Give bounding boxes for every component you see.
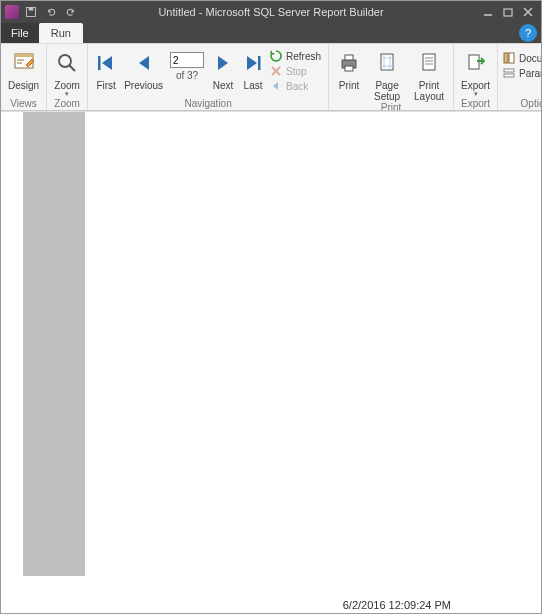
refresh-icon — [270, 50, 282, 62]
svg-line-11 — [70, 66, 76, 72]
group-navigation-label: Navigation — [91, 98, 325, 110]
stop-icon — [270, 65, 282, 77]
app-icon — [5, 5, 19, 19]
design-label: Design — [8, 80, 39, 91]
group-views: Design Views — [1, 44, 47, 110]
group-zoom-label: Zoom — [50, 98, 84, 110]
group-export: Export ▾ Export — [454, 44, 498, 110]
group-export-label: Export — [457, 98, 494, 110]
group-print: Print Page Setup Print Layout Print — [329, 44, 454, 110]
page-input[interactable] — [170, 52, 204, 68]
refresh-button[interactable]: Refresh — [270, 50, 321, 62]
minimize-button[interactable] — [481, 5, 495, 19]
print-button[interactable]: Print — [332, 46, 366, 91]
qat-save-button[interactable] — [23, 4, 39, 20]
svg-rect-27 — [504, 69, 514, 72]
document-map-button[interactable]: Document — [503, 52, 541, 64]
svg-rect-7 — [15, 54, 33, 57]
svg-rect-12 — [98, 56, 101, 70]
last-button[interactable]: Last — [238, 46, 268, 91]
svg-rect-28 — [504, 74, 514, 77]
print-icon — [337, 48, 361, 78]
title-bar: Untitled - Microsoft SQL Server Report B… — [1, 1, 541, 23]
zoom-dropdown-icon: ▾ — [65, 90, 69, 98]
group-options-label: Options — [501, 98, 541, 110]
group-options: Document Parameters Options — [498, 44, 541, 110]
svg-rect-26 — [509, 53, 514, 63]
previous-button[interactable]: Previous — [121, 46, 166, 91]
design-button[interactable]: Design — [4, 46, 43, 91]
zoom-button[interactable]: Zoom ▾ — [50, 46, 84, 98]
tab-run[interactable]: Run — [39, 23, 83, 43]
print-layout-button[interactable]: Print Layout — [408, 46, 450, 102]
svg-point-10 — [59, 55, 71, 67]
last-icon — [243, 48, 263, 78]
tab-file[interactable]: File — [1, 23, 39, 43]
group-views-label: Views — [4, 98, 43, 110]
tab-strip: File Run ? — [1, 23, 541, 43]
svg-rect-19 — [381, 54, 393, 70]
nav-mini-actions: Refresh Stop Back — [268, 46, 325, 92]
previous-icon — [134, 48, 154, 78]
export-icon — [464, 48, 488, 78]
svg-rect-13 — [258, 56, 261, 70]
parameters-icon — [503, 67, 515, 79]
back-icon — [270, 80, 282, 92]
parameters-button[interactable]: Parameters — [503, 67, 541, 79]
svg-rect-25 — [504, 53, 508, 63]
svg-rect-17 — [345, 55, 353, 60]
stop-button: Stop — [270, 65, 321, 77]
ribbon: Design Views Zoom ▾ Zoom First — [1, 43, 541, 111]
export-dropdown-icon: ▾ — [474, 90, 478, 98]
group-zoom: Zoom ▾ Zoom — [47, 44, 88, 110]
next-button[interactable]: Next — [208, 46, 238, 91]
undo-icon[interactable] — [43, 4, 59, 20]
page-of-label: of 3? — [176, 70, 198, 81]
redo-icon[interactable] — [63, 4, 79, 20]
execution-timestamp: 6/2/2016 12:09:24 PM — [343, 599, 451, 611]
maximize-button[interactable] — [501, 5, 515, 19]
page-setup-icon — [375, 48, 399, 78]
page-setup-button[interactable]: Page Setup — [366, 46, 408, 102]
svg-rect-3 — [504, 9, 512, 16]
next-icon — [213, 48, 233, 78]
first-button[interactable]: First — [91, 46, 121, 91]
design-icon — [12, 48, 36, 78]
svg-rect-18 — [345, 66, 353, 71]
close-button[interactable] — [521, 5, 535, 19]
back-button: Back — [270, 80, 321, 92]
report-body-placeholder — [23, 112, 85, 576]
print-layout-icon — [417, 48, 441, 78]
svg-rect-1 — [29, 8, 34, 11]
group-navigation: First Previous of 3? Next Last R — [88, 44, 329, 110]
group-print-label: Print — [332, 102, 450, 111]
window-title: Untitled - Microsoft SQL Server Report B… — [158, 6, 383, 18]
help-button[interactable]: ? — [519, 24, 537, 42]
export-button[interactable]: Export ▾ — [457, 46, 494, 98]
first-icon — [96, 48, 116, 78]
svg-rect-24 — [469, 55, 479, 69]
zoom-icon — [55, 48, 79, 78]
svg-rect-20 — [423, 54, 435, 70]
report-preview-area[interactable]: 6/2/2016 12:09:24 PM — [1, 111, 541, 613]
page-selector: of 3? — [166, 46, 208, 81]
document-map-icon — [503, 52, 515, 64]
